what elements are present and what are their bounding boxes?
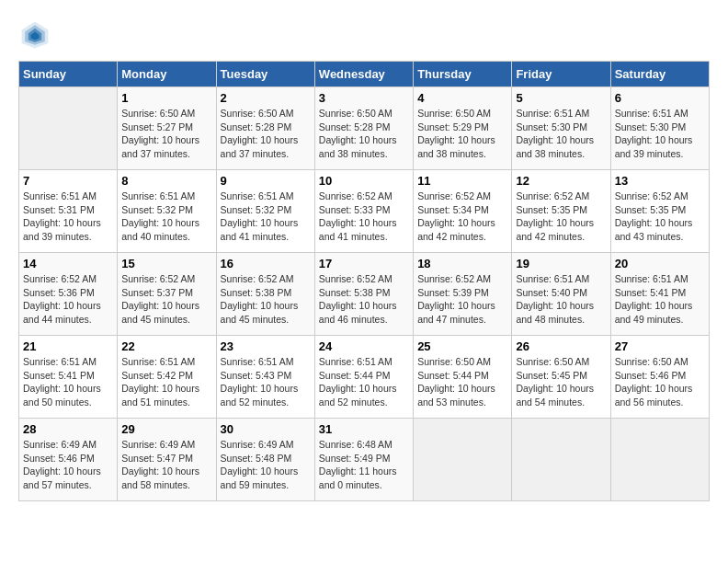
calendar-cell: 11Sunrise: 6:52 AM Sunset: 5:34 PM Dayli…	[414, 170, 512, 253]
calendar-cell	[610, 419, 709, 501]
day-number: 4	[417, 91, 507, 105]
day-info: Sunrise: 6:50 AM Sunset: 5:28 PM Dayligh…	[319, 107, 409, 161]
calendar-cell: 15Sunrise: 6:52 AM Sunset: 5:37 PM Dayli…	[118, 253, 216, 336]
calendar-cell: 4Sunrise: 6:50 AM Sunset: 5:29 PM Daylig…	[414, 87, 512, 170]
day-number: 3	[319, 91, 409, 105]
day-number: 30	[221, 422, 311, 436]
day-number: 7	[23, 174, 113, 188]
calendar-cell: 9Sunrise: 6:51 AM Sunset: 5:32 PM Daylig…	[216, 170, 314, 253]
calendar-cell: 1Sunrise: 6:50 AM Sunset: 5:27 PM Daylig…	[118, 87, 216, 170]
day-info: Sunrise: 6:49 AM Sunset: 5:47 PM Dayligh…	[121, 438, 211, 492]
calendar-cell: 31Sunrise: 6:48 AM Sunset: 5:49 PM Dayli…	[314, 419, 413, 501]
calendar-cell: 12Sunrise: 6:52 AM Sunset: 5:35 PM Dayli…	[512, 170, 610, 253]
calendar-cell: 5Sunrise: 6:51 AM Sunset: 5:30 PM Daylig…	[512, 87, 610, 170]
day-info: Sunrise: 6:50 AM Sunset: 5:45 PM Dayligh…	[516, 355, 606, 409]
calendar-week-row: 14Sunrise: 6:52 AM Sunset: 5:36 PM Dayli…	[19, 253, 710, 336]
day-info: Sunrise: 6:52 AM Sunset: 5:38 PM Dayligh…	[319, 272, 409, 327]
day-number: 21	[23, 339, 113, 353]
calendar-cell: 13Sunrise: 6:52 AM Sunset: 5:35 PM Dayli…	[610, 170, 709, 253]
calendar-cell: 6Sunrise: 6:51 AM Sunset: 5:30 PM Daylig…	[610, 87, 709, 170]
calendar-cell	[414, 419, 512, 501]
day-number: 8	[121, 174, 211, 188]
day-of-week-header: Sunday	[19, 62, 118, 87]
day-number: 24	[319, 339, 409, 353]
day-number: 6	[615, 91, 705, 105]
calendar-cell: 7Sunrise: 6:51 AM Sunset: 5:31 PM Daylig…	[19, 170, 118, 253]
day-info: Sunrise: 6:52 AM Sunset: 5:38 PM Dayligh…	[221, 272, 311, 327]
day-number: 9	[221, 174, 311, 188]
calendar-table: SundayMondayTuesdayWednesdayThursdayFrid…	[18, 61, 710, 501]
calendar-cell: 10Sunrise: 6:52 AM Sunset: 5:33 PM Dayli…	[314, 170, 413, 253]
day-number: 10	[319, 174, 409, 188]
day-info: Sunrise: 6:52 AM Sunset: 5:35 PM Dayligh…	[516, 190, 606, 244]
day-number: 26	[516, 339, 606, 353]
day-of-week-header: Thursday	[414, 62, 512, 87]
calendar-cell: 21Sunrise: 6:51 AM Sunset: 5:41 PM Dayli…	[19, 336, 118, 419]
day-of-week-header: Saturday	[610, 62, 709, 87]
day-info: Sunrise: 6:51 AM Sunset: 5:40 PM Dayligh…	[516, 272, 606, 327]
day-number: 20	[615, 257, 705, 270]
day-number: 15	[121, 257, 211, 270]
page-header	[18, 18, 710, 52]
day-info: Sunrise: 6:52 AM Sunset: 5:35 PM Dayligh…	[615, 190, 705, 244]
day-number: 13	[615, 174, 705, 188]
day-info: Sunrise: 6:51 AM Sunset: 5:30 PM Dayligh…	[516, 107, 606, 161]
day-info: Sunrise: 6:52 AM Sunset: 5:33 PM Dayligh…	[319, 190, 409, 244]
calendar-week-row: 1Sunrise: 6:50 AM Sunset: 5:27 PM Daylig…	[19, 87, 710, 170]
day-info: Sunrise: 6:51 AM Sunset: 5:32 PM Dayligh…	[121, 190, 211, 244]
day-info: Sunrise: 6:51 AM Sunset: 5:41 PM Dayligh…	[23, 355, 113, 409]
calendar-cell: 22Sunrise: 6:51 AM Sunset: 5:42 PM Dayli…	[118, 336, 216, 419]
day-number: 22	[121, 339, 211, 353]
calendar-cell: 23Sunrise: 6:51 AM Sunset: 5:43 PM Dayli…	[216, 336, 314, 419]
day-info: Sunrise: 6:48 AM Sunset: 5:49 PM Dayligh…	[319, 438, 409, 492]
day-of-week-header: Friday	[512, 62, 610, 87]
day-info: Sunrise: 6:52 AM Sunset: 5:36 PM Dayligh…	[23, 272, 113, 327]
day-number: 18	[417, 257, 507, 270]
day-info: Sunrise: 6:50 AM Sunset: 5:27 PM Dayligh…	[121, 107, 211, 161]
calendar-cell: 25Sunrise: 6:50 AM Sunset: 5:44 PM Dayli…	[414, 336, 512, 419]
day-number: 28	[23, 422, 113, 436]
day-info: Sunrise: 6:50 AM Sunset: 5:28 PM Dayligh…	[221, 107, 311, 161]
calendar-cell: 3Sunrise: 6:50 AM Sunset: 5:28 PM Daylig…	[314, 87, 413, 170]
calendar-cell	[19, 87, 118, 170]
header-row: SundayMondayTuesdayWednesdayThursdayFrid…	[19, 62, 710, 87]
day-number: 11	[417, 174, 507, 188]
calendar-cell: 16Sunrise: 6:52 AM Sunset: 5:38 PM Dayli…	[216, 253, 314, 336]
day-info: Sunrise: 6:50 AM Sunset: 5:29 PM Dayligh…	[417, 107, 507, 161]
day-number: 29	[121, 422, 211, 436]
day-info: Sunrise: 6:50 AM Sunset: 5:44 PM Dayligh…	[417, 355, 507, 409]
day-info: Sunrise: 6:49 AM Sunset: 5:48 PM Dayligh…	[221, 438, 311, 492]
logo-icon	[18, 18, 51, 52]
day-of-week-header: Wednesday	[314, 62, 413, 87]
calendar-week-row: 21Sunrise: 6:51 AM Sunset: 5:41 PM Dayli…	[19, 336, 710, 419]
logo	[18, 18, 55, 52]
day-info: Sunrise: 6:51 AM Sunset: 5:31 PM Dayligh…	[23, 190, 113, 244]
day-number: 12	[516, 174, 606, 188]
day-info: Sunrise: 6:51 AM Sunset: 5:41 PM Dayligh…	[615, 272, 705, 327]
calendar-cell: 8Sunrise: 6:51 AM Sunset: 5:32 PM Daylig…	[118, 170, 216, 253]
day-info: Sunrise: 6:51 AM Sunset: 5:44 PM Dayligh…	[319, 355, 409, 409]
day-info: Sunrise: 6:49 AM Sunset: 5:46 PM Dayligh…	[23, 438, 113, 492]
day-info: Sunrise: 6:50 AM Sunset: 5:46 PM Dayligh…	[615, 355, 705, 409]
day-number: 16	[221, 257, 311, 270]
day-info: Sunrise: 6:52 AM Sunset: 5:34 PM Dayligh…	[417, 190, 507, 244]
day-info: Sunrise: 6:51 AM Sunset: 5:32 PM Dayligh…	[221, 190, 311, 244]
day-info: Sunrise: 6:52 AM Sunset: 5:39 PM Dayligh…	[417, 272, 507, 327]
day-number: 5	[516, 91, 606, 105]
calendar-week-row: 28Sunrise: 6:49 AM Sunset: 5:46 PM Dayli…	[19, 419, 710, 501]
day-of-week-header: Tuesday	[216, 62, 314, 87]
calendar-cell: 18Sunrise: 6:52 AM Sunset: 5:39 PM Dayli…	[414, 253, 512, 336]
calendar-cell: 27Sunrise: 6:50 AM Sunset: 5:46 PM Dayli…	[610, 336, 709, 419]
day-info: Sunrise: 6:51 AM Sunset: 5:43 PM Dayligh…	[221, 355, 311, 409]
calendar-cell: 29Sunrise: 6:49 AM Sunset: 5:47 PM Dayli…	[118, 419, 216, 501]
calendar-cell	[512, 419, 610, 501]
calendar-cell: 2Sunrise: 6:50 AM Sunset: 5:28 PM Daylig…	[216, 87, 314, 170]
calendar-cell: 28Sunrise: 6:49 AM Sunset: 5:46 PM Dayli…	[19, 419, 118, 501]
calendar-cell: 24Sunrise: 6:51 AM Sunset: 5:44 PM Dayli…	[314, 336, 413, 419]
day-number: 23	[221, 339, 311, 353]
calendar-cell: 14Sunrise: 6:52 AM Sunset: 5:36 PM Dayli…	[19, 253, 118, 336]
calendar-cell: 17Sunrise: 6:52 AM Sunset: 5:38 PM Dayli…	[314, 253, 413, 336]
calendar-cell: 26Sunrise: 6:50 AM Sunset: 5:45 PM Dayli…	[512, 336, 610, 419]
day-number: 27	[615, 339, 705, 353]
calendar-cell: 30Sunrise: 6:49 AM Sunset: 5:48 PM Dayli…	[216, 419, 314, 501]
